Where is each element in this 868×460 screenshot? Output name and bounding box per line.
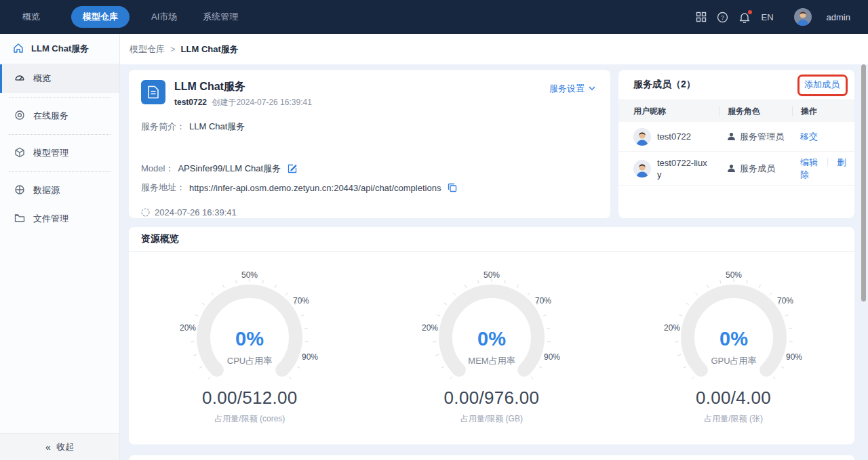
folder-icon	[14, 213, 25, 226]
sidebar-item-online-services[interactable]: 在线服务	[0, 102, 119, 130]
sidebar-service-home[interactable]: LLM Chat服务	[0, 34, 119, 64]
member-avatar	[633, 128, 651, 146]
tick-label: 90%	[302, 352, 318, 362]
edit-icon[interactable]	[288, 164, 297, 173]
gpu-gauge-chart: 20% 50% 70% 90% 0% GPU占用率	[652, 270, 815, 385]
next-card-partial	[129, 455, 854, 460]
sidebar-item-label: 文件管理	[33, 213, 68, 225]
member-nickname: test0722-liuxy	[657, 157, 709, 180]
service-info-card: LLM Chat服务 test0722 创建于2024-07-26 16:39:…	[129, 70, 610, 218]
cube-icon	[14, 147, 25, 160]
member-role: 服务成员	[740, 163, 775, 175]
member-row: test0722 服务管理员 移交	[618, 122, 854, 152]
chevron-down-icon	[589, 86, 595, 91]
breadcrumb-current: LLM Chat服务	[181, 43, 239, 56]
copy-icon[interactable]	[448, 183, 457, 192]
column-nickname: 用户昵称	[633, 106, 719, 116]
gauge-name: GPU占用率	[711, 356, 756, 366]
help-icon[interactable]: ?	[717, 11, 729, 23]
tick-label: 90%	[544, 352, 560, 362]
mem-usage-label: 占用量/限额 (GB)	[460, 413, 523, 425]
sidebar-service-name: LLM Chat服务	[31, 43, 89, 55]
service-updated-time: 2024-07-26 16:39:41	[155, 207, 237, 217]
tick-label: 50%	[484, 270, 500, 280]
clock-icon	[141, 208, 150, 217]
nav-item-overview[interactable]: 概览	[22, 11, 40, 23]
sidebar-collapse-button[interactable]: « 收起	[0, 433, 119, 460]
tick-label: 70%	[293, 296, 309, 306]
sidebar: LLM Chat服务 概览 在线服务 模型管理	[0, 34, 120, 460]
add-member-button[interactable]: 添加成员	[804, 79, 840, 91]
role-member-icon	[727, 164, 736, 173]
breadcrumb-separator: >	[170, 44, 176, 54]
dashboard-icon	[14, 72, 25, 85]
members-table-header: 用户昵称 服务角色 操作	[618, 100, 854, 122]
intro-value: LLM Chat服务	[189, 121, 245, 133]
tick-label: 50%	[241, 270, 258, 280]
gauge-value: 0%	[477, 328, 506, 350]
cpu-usage-value: 0.00/512.00	[202, 388, 298, 409]
action-divider	[827, 158, 828, 166]
apps-grid-icon[interactable]	[695, 11, 707, 23]
tick-label: 90%	[786, 352, 802, 362]
database-icon	[14, 184, 25, 197]
sidebar-divider	[9, 134, 111, 135]
service-members-card: 服务成员（2） 添加成员 用户昵称 服务角色 操作 test0722 服务管理员	[618, 70, 854, 218]
member-avatar	[633, 160, 651, 177]
service-owner: test0722	[174, 98, 207, 107]
bell-icon[interactable]	[738, 11, 751, 23]
language-toggle[interactable]: EN	[762, 12, 774, 22]
scrollbar-thumb[interactable]	[861, 64, 866, 301]
member-row: test0722-liuxy 服务成员 编辑 删除	[618, 152, 854, 186]
sidebar-item-label: 在线服务	[33, 110, 68, 122]
tick-label: 70%	[535, 296, 551, 306]
sidebar-item-file-management[interactable]: 文件管理	[0, 205, 119, 233]
intro-label: 服务简介：	[141, 121, 185, 133]
tick-label: 20%	[180, 323, 196, 333]
model-value: APSinfer99/LLM Chat服务	[178, 163, 281, 175]
nav-item-system-admin[interactable]: 系统管理	[203, 11, 238, 23]
tick-label: 70%	[777, 296, 793, 306]
collapse-icon: «	[45, 442, 51, 453]
nav-item-ai-market[interactable]: AI市场	[151, 11, 177, 23]
username-label[interactable]: admin	[827, 12, 850, 22]
mem-gauge: 20% 50% 70% 90% 0% MEM占用率 0.00/976.00 占用…	[371, 270, 613, 425]
sidebar-divider	[9, 97, 111, 98]
gpu-usage-value: 0.00/4.00	[696, 388, 771, 409]
service-settings-dropdown[interactable]: 服务设置	[549, 80, 595, 108]
svg-text:?: ?	[721, 14, 724, 21]
breadcrumb-parent[interactable]: 模型仓库	[130, 43, 165, 56]
sidebar-item-label: 模型管理	[33, 147, 68, 159]
nav-item-model-repo[interactable]: 模型仓库	[71, 6, 130, 28]
gauge-name: CPU占用率	[227, 356, 272, 366]
user-avatar[interactable]	[794, 8, 812, 26]
address-value: https://infer-api.osm.demo.zetyun.cn:204…	[189, 183, 441, 193]
service-created-time: 创建于2024-07-26 16:39:41	[212, 98, 311, 107]
home-icon	[13, 43, 24, 56]
model-label: Model：	[141, 163, 174, 175]
cpu-usage-label: 占用量/限额 (cores)	[214, 413, 285, 425]
sidebar-item-label: 概览	[33, 72, 51, 85]
column-role: 服务角色	[719, 106, 792, 116]
transfer-link[interactable]: 移交	[800, 131, 818, 142]
sidebar-divider	[9, 171, 111, 172]
sidebar-item-overview[interactable]: 概览	[0, 64, 119, 93]
resource-overview-card: 资源概览 20% 50% 70% 90% 0% CPU占用率 0.00/512.…	[129, 227, 854, 444]
gpu-gauge: 20% 50% 70% 90% 0% GPU占用率 0.00/4.00 占用量/…	[612, 270, 854, 425]
cpu-gauge-chart: 20% 50% 70% 90% 0% CPU占用率	[168, 270, 331, 385]
sidebar-item-data-source[interactable]: 数据源	[0, 176, 119, 205]
gauge-name: MEM占用率	[468, 356, 515, 366]
notification-dot	[748, 10, 752, 14]
tick-label: 50%	[726, 270, 742, 280]
breadcrumb: 模型仓库 > LLM Chat服务	[120, 34, 868, 64]
sidebar-item-model-management[interactable]: 模型管理	[0, 139, 119, 167]
gauge-value: 0%	[719, 328, 748, 350]
cpu-gauge: 20% 50% 70% 90% 0% CPU占用率 0.00/512.00 占用…	[129, 270, 371, 425]
column-actions: 操作	[792, 106, 854, 116]
gpu-usage-label: 占用量/限额 (张)	[704, 413, 763, 425]
edit-member-link[interactable]: 编辑	[800, 157, 818, 167]
service-settings-label: 服务设置	[549, 83, 585, 95]
mem-gauge-chart: 20% 50% 70% 90% 0% MEM占用率	[410, 270, 573, 385]
top-navbar: 概览 模型仓库 AI市场 系统管理 ? EN	[0, 0, 868, 34]
target-icon	[14, 110, 25, 123]
